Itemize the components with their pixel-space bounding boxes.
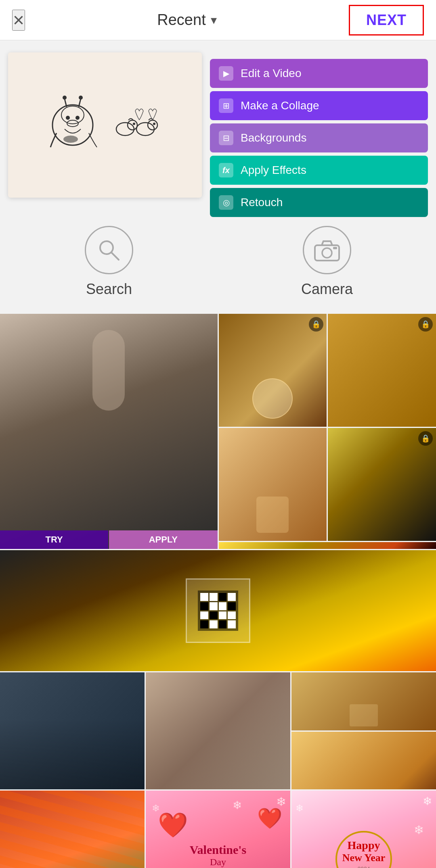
gallery-right-col: 🔒 🔒 🔒 — [219, 314, 436, 549]
svg-point-7 — [75, 116, 80, 120]
main-preview-image — [40, 85, 170, 165]
gallery-row-qr — [0, 550, 436, 671]
try-button[interactable]: TRY — [0, 530, 108, 549]
header: × Recent ▾ NEXT — [0, 0, 436, 40]
preview-right: ▶ Edit a Video ⊞ Make a Collage ⊟ Backgr… — [210, 52, 428, 202]
retouch-icon: ◎ — [219, 195, 233, 210]
camera-label: Camera — [301, 281, 353, 298]
search-svg — [97, 238, 121, 262]
svg-point-13 — [136, 123, 154, 136]
svg-point-10 — [116, 123, 134, 136]
make-collage-button[interactable]: ⊞ Make a Collage — [210, 91, 428, 120]
photo-girl-portrait[interactable] — [146, 672, 290, 789]
gallery-row-1: TRY APPLY 🔒 🔒 — [0, 314, 436, 549]
photo-coffee-3[interactable] — [219, 428, 327, 541]
backgrounds-icon: ⊟ — [219, 131, 233, 145]
photo-coffee-cup2[interactable] — [291, 732, 436, 790]
close-button[interactable]: × — [12, 10, 25, 31]
retouch-label: Retouch — [241, 196, 283, 209]
lock-icon-2: 🔒 — [418, 317, 433, 332]
camera-icon — [303, 226, 351, 274]
photo-newyear[interactable]: ❄ ❄ ❄ Happy New Year ──── 2024 ──── P 🎁 — [291, 791, 436, 868]
apply-effects-label: Apply Effects — [241, 164, 306, 177]
search-icon — [85, 226, 133, 274]
photo-coffee-2[interactable]: 🔒 — [328, 314, 436, 427]
svg-point-9 — [63, 136, 78, 143]
try-apply-overlay: TRY APPLY — [0, 530, 218, 549]
photo-colorful[interactable] — [0, 791, 145, 868]
action-buttons: ▶ Edit a Video ⊞ Make a Collage ⊟ Backgr… — [210, 59, 428, 217]
photo-qr[interactable] — [219, 542, 436, 549]
camera-tool[interactable]: Camera — [218, 218, 436, 306]
svg-rect-42 — [333, 247, 337, 249]
svg-line-39 — [111, 252, 119, 260]
retouch-button[interactable]: ◎ Retouch — [210, 188, 428, 217]
main-preview — [8, 52, 202, 198]
photo-coffee-1[interactable]: 🔒 — [219, 314, 327, 427]
svg-point-12 — [133, 123, 135, 125]
header-title-text: Recent — [157, 11, 205, 29]
gallery-right-bottom: 🔒 — [219, 428, 436, 541]
camera-svg — [313, 238, 341, 262]
edit-video-label: Edit a Video — [241, 67, 302, 80]
gallery-coffee-pair — [291, 672, 436, 789]
chevron-down-icon: ▾ — [211, 13, 217, 27]
make-collage-label: Make a Collage — [241, 99, 319, 112]
photo-valentine[interactable]: ❄ ❄ ❄ ❤️ ❤️ Valentine's Day P This valen… — [146, 791, 290, 868]
gallery-right-top: 🔒 🔒 — [219, 314, 436, 427]
next-button[interactable]: NEXT — [349, 5, 424, 35]
svg-point-6 — [66, 116, 70, 120]
edit-video-button[interactable]: ▶ Edit a Video — [210, 59, 428, 88]
photo-coffee-cup1[interactable] — [291, 672, 436, 730]
apply-effects-button[interactable]: fx Apply Effects — [210, 156, 428, 185]
backgrounds-button[interactable]: ⊟ Backgrounds — [210, 123, 428, 152]
photo-qr-main[interactable] — [0, 550, 436, 671]
effects-icon: fx — [219, 163, 233, 177]
collage-icon: ⊞ — [219, 98, 233, 113]
backgrounds-label: Backgrounds — [241, 131, 306, 144]
lock-icon: 🔒 — [309, 317, 323, 332]
svg-point-41 — [322, 248, 332, 258]
tools-row: Search Camera — [0, 210, 436, 314]
search-tool[interactable]: Search — [0, 218, 218, 306]
svg-point-5 — [79, 96, 83, 100]
svg-point-1 — [61, 106, 84, 124]
apply-button[interactable]: APPLY — [109, 530, 217, 549]
photo-gallery: TRY APPLY 🔒 🔒 — [0, 314, 436, 868]
photo-coffee-4[interactable]: 🔒 — [328, 428, 436, 541]
photo-fashion-stripe[interactable]: TRY APPLY — [0, 314, 218, 549]
title-area[interactable]: Recent ▾ — [157, 11, 216, 29]
gallery-row-3: ❄ ❄ ❄ ❤️ ❤️ Valentine's Day P This valen… — [0, 791, 436, 868]
photo-guy[interactable] — [0, 672, 145, 789]
svg-point-15 — [153, 123, 155, 125]
lock-icon-3: 🔒 — [418, 431, 433, 446]
search-label: Search — [86, 281, 132, 298]
gallery-row-2 — [0, 672, 436, 789]
video-icon: ▶ — [219, 66, 233, 81]
svg-point-4 — [63, 96, 67, 100]
preview-area: ▶ Edit a Video ⊞ Make a Collage ⊟ Backgr… — [0, 40, 436, 210]
